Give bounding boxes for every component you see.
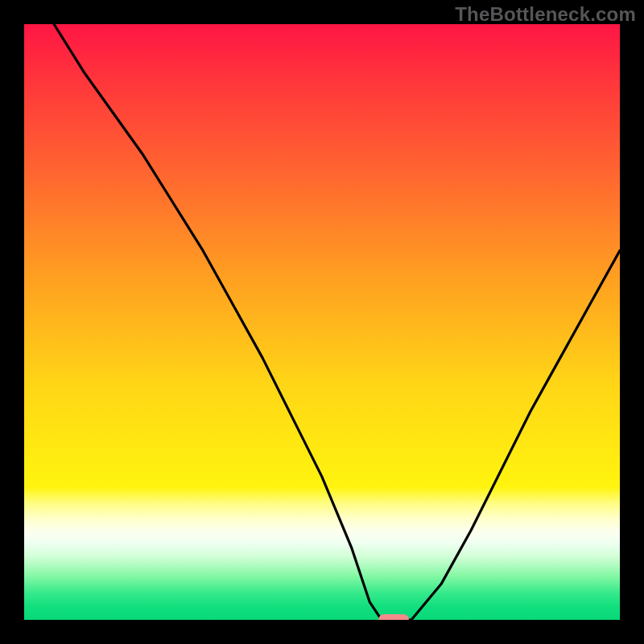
watermark-text: TheBottleneck.com (455, 3, 636, 26)
bottleneck-curve (24, 24, 620, 620)
optimal-marker (378, 614, 409, 620)
chart-frame: TheBottleneck.com (0, 0, 644, 644)
plot-area (24, 24, 620, 620)
